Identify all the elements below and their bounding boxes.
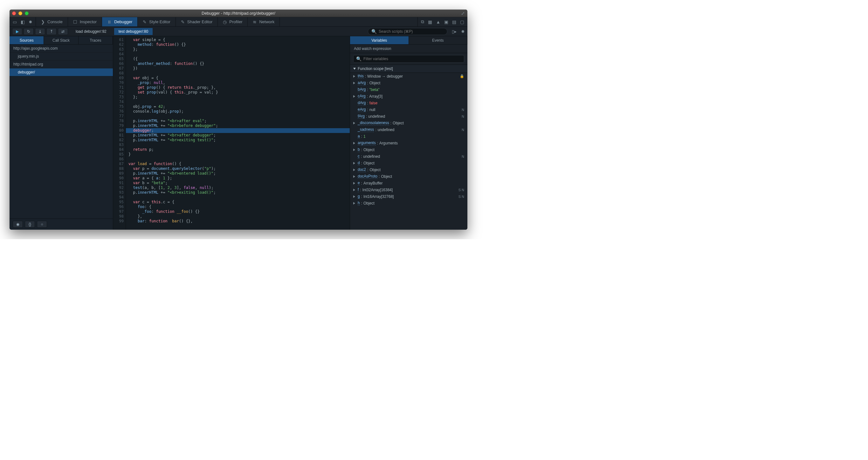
line-number[interactable]: 95 [113, 200, 124, 205]
line-number[interactable]: 84 [113, 147, 124, 152]
code-line[interactable]: p.innerHTML += "<br>exiting load()"; [126, 190, 350, 195]
trace-button[interactable]: ○ [37, 221, 47, 228]
code-line[interactable] [126, 99, 350, 104]
line-number[interactable]: 61 [113, 37, 124, 42]
variable-row[interactable]: this: Window → debugger🔒 [350, 73, 467, 80]
line-number[interactable]: 79 [113, 123, 124, 128]
dock-side-icon[interactable]: ▭ [13, 20, 17, 25]
code-line[interactable]: var a = { a: 1 }; [126, 176, 350, 181]
line-number[interactable]: 91 [113, 181, 124, 185]
code-line[interactable]: debugger; [126, 128, 350, 133]
line-number[interactable]: 63 [113, 47, 124, 52]
source-item[interactable]: debugger/ [9, 68, 113, 76]
line-number[interactable]: 70 [113, 81, 124, 85]
add-watch-expression[interactable]: Add watch expression [350, 45, 467, 53]
code-line[interactable] [126, 157, 350, 162]
stack-chip-load[interactable]: load debugger/:92 [71, 28, 111, 35]
line-number[interactable]: 92 [113, 185, 124, 190]
line-number[interactable]: 88 [113, 166, 124, 171]
paint-icon[interactable]: ▲ [436, 20, 440, 25]
line-number[interactable]: 86 [113, 157, 124, 162]
variable-row[interactable]: aArg: Object [350, 80, 467, 86]
line-number[interactable]: 69 [113, 76, 124, 81]
code-line[interactable]: }) [126, 66, 350, 71]
dock-split-icon[interactable]: ◧ [21, 20, 25, 25]
line-number[interactable]: 89 [113, 171, 124, 176]
debugger-settings-gear-icon[interactable]: ✸ [461, 29, 465, 34]
variable-row[interactable]: g: Int16Array[32768]S N [350, 193, 467, 200]
variable-row[interactable]: docAsProto: Object [350, 173, 467, 180]
filter-variables-input[interactable] [364, 57, 461, 61]
step-out-button[interactable]: ⤒ [46, 28, 57, 35]
line-number[interactable]: 75 [113, 104, 124, 109]
line-number[interactable]: 76 [113, 109, 124, 114]
code-line[interactable]: var obj = { [126, 76, 350, 81]
source-item[interactable]: http://ajax.googleapis.com [9, 45, 113, 53]
line-number[interactable]: 67 [113, 66, 124, 71]
variable-row[interactable]: f: Int32Array[16384]S N [350, 186, 467, 193]
search-scripts-box[interactable]: 🔍 [368, 28, 447, 35]
code-line[interactable]: var p = document.querySelector("p"); [126, 166, 350, 171]
code-line[interactable]: _prop: null, [126, 81, 350, 85]
variable-row[interactable]: dArg: false [350, 99, 467, 106]
tab-debugger[interactable]: ⏸ Debugger [102, 17, 138, 26]
line-number[interactable]: 77 [113, 114, 124, 119]
code-line[interactable]: _foo: function __foo() {} [126, 209, 350, 214]
line-number[interactable]: 80 [113, 128, 124, 133]
scratchpad-icon[interactable]: ▤ [452, 20, 456, 25]
toggle-panes-icon[interactable]: ▯▸ [452, 29, 457, 34]
line-number[interactable]: 85 [113, 152, 124, 157]
tab-shader-editor[interactable]: ✎ Shader Editor [176, 17, 218, 26]
tab-style-editor[interactable]: ✎ Style Editor [138, 17, 176, 26]
code-editor[interactable]: 6162636465666768697071727374757677787980… [113, 36, 350, 230]
line-number[interactable]: 82 [113, 138, 124, 143]
responsive-icon[interactable]: ⧉ [421, 19, 424, 25]
3d-icon[interactable]: ▣ [444, 20, 448, 25]
variable-row[interactable]: d: Object [350, 160, 467, 166]
line-number[interactable]: 66 [113, 61, 124, 66]
code-line[interactable]: var c = this.c = { [126, 200, 350, 205]
line-number[interactable]: 90 [113, 176, 124, 181]
variable-row[interactable]: arguments: Arguments [350, 140, 467, 146]
code-line[interactable]: set prop(val) { this._prop = val; } [126, 90, 350, 95]
tab-sources[interactable]: Sources [9, 36, 44, 44]
code-line[interactable]: another_method: function() {} [126, 61, 350, 66]
code-body[interactable]: var simple = { method: function() {} }; … [126, 36, 350, 230]
resume-button[interactable]: ▶ [12, 28, 22, 35]
line-number[interactable]: 94 [113, 195, 124, 200]
source-item[interactable]: http://htmlpad.org [9, 60, 113, 68]
code-line[interactable] [126, 143, 350, 147]
line-number[interactable]: 73 [113, 95, 124, 99]
source-item[interactable]: jquery.min.js [9, 53, 113, 60]
code-line[interactable] [126, 114, 350, 119]
line-number[interactable]: 93 [113, 190, 124, 195]
line-number[interactable]: 68 [113, 71, 124, 76]
variable-row[interactable]: e: ArrayBuffer [350, 180, 467, 186]
filter-variables-box[interactable]: 🔍 [353, 55, 464, 63]
tab-inspector[interactable]: ☐ Inspector [68, 17, 102, 26]
search-scripts-input[interactable] [379, 29, 444, 34]
tab-network[interactable]: ≋ Network [248, 17, 280, 26]
code-line[interactable]: ({ [126, 57, 350, 61]
toggle-breakpoints-button[interactable]: ⇄ [58, 28, 68, 35]
line-number[interactable]: 71 [113, 85, 124, 90]
variable-row[interactable]: c: undefinedN [350, 153, 467, 160]
code-line[interactable]: var b = "beta"; [126, 181, 350, 185]
code-line[interactable]: var simple = { [126, 37, 350, 42]
tab-call-stack[interactable]: Call Stack [44, 36, 78, 44]
code-line[interactable]: console.log(obj.prop); [126, 109, 350, 114]
code-line[interactable]: test(a, b, [1, 2, 3], false, null); [126, 185, 350, 190]
code-line[interactable]: }; [126, 47, 350, 52]
variable-row[interactable]: eArg: nullN [350, 106, 467, 113]
code-line[interactable]: }; [126, 95, 350, 99]
line-number[interactable]: 83 [113, 143, 124, 147]
stack-chip-test[interactable]: test debugger/:80 [114, 28, 153, 35]
variable-row[interactable]: fArg: undefinedN [350, 113, 467, 120]
code-line[interactable]: return p; [126, 147, 350, 152]
scope-header[interactable]: Function scope [test] [350, 64, 467, 73]
variable-row[interactable]: _disconsolateness: Object [350, 120, 467, 126]
line-number[interactable]: 96 [113, 205, 124, 209]
line-number[interactable]: 64 [113, 52, 124, 57]
line-number[interactable]: 87 [113, 162, 124, 166]
tab-events[interactable]: Events [409, 36, 468, 44]
